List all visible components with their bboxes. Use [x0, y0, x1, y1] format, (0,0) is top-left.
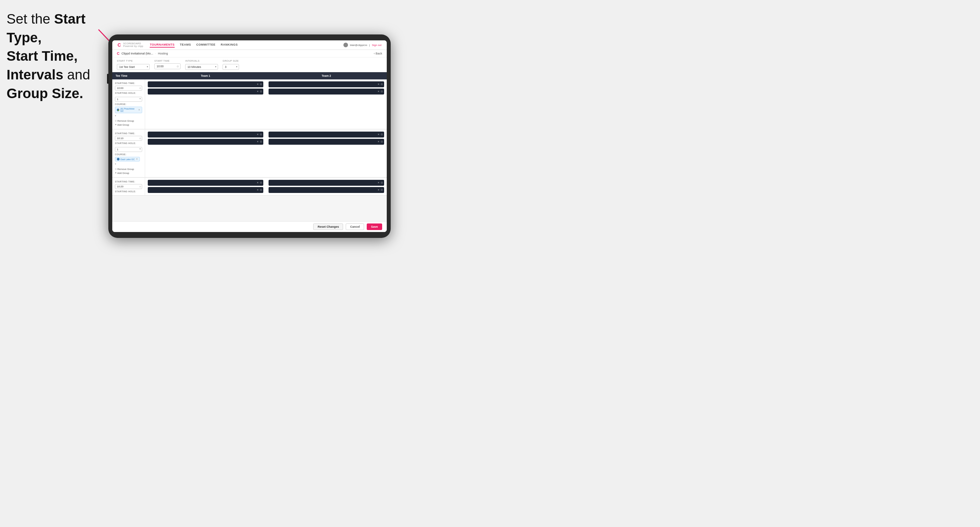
main-content: Tee Time Team 1 Team 2 STARTING TIME: ⊙ … — [112, 72, 387, 221]
player-row-4-1: ✕ ⊡ — [269, 132, 384, 138]
start-type-select[interactable]: 1st Tee Start — [117, 64, 150, 70]
team2-header: Team 2 — [266, 72, 387, 79]
tee-time-header: Tee Time — [112, 72, 145, 79]
team1-col-3: ✕ ⊡ ✕ ⊡ — [145, 178, 266, 195]
save-button[interactable]: Save — [367, 224, 382, 230]
clock-icon: ⊙ — [177, 65, 179, 68]
player-remove-5-2[interactable]: ✕ — [257, 189, 259, 191]
player-row-6-1: ✕ ⊡ — [269, 180, 384, 186]
tee-group-1: STARTING TIME: ⊙ STARTING HOLE: 1 COURSE… — [112, 79, 387, 129]
back-button[interactable]: ‹ Back — [374, 52, 382, 55]
nav-tab-rankings[interactable]: RANKINGS — [221, 42, 238, 48]
player-expand-2-2[interactable]: ⊡ — [381, 90, 383, 93]
player-row-1-1: ✕ ⊡ — [148, 81, 263, 87]
sub-logo-c: C — [117, 51, 119, 56]
player-remove-4-1[interactable]: ✕ — [377, 133, 380, 136]
player-remove-6-2[interactable]: ✕ — [377, 189, 380, 191]
start-time-input-wrap: ⊙ — [154, 63, 181, 69]
starting-time-input-wrap-2: ⊙ — [115, 136, 142, 141]
team1-header: Team 1 — [145, 72, 266, 79]
player-remove-2-1[interactable]: ✕ — [377, 83, 380, 86]
starting-hole-label-3: STARTING HOLE: — [115, 190, 142, 193]
player-row-2-1: ✕ ⊡ — [269, 81, 384, 87]
intervals-group: Intervals 10 Minutes — [185, 59, 218, 70]
course-expand-2[interactable]: ▾ — [115, 163, 116, 165]
starting-time-label-2: STARTING TIME: — [115, 132, 142, 135]
course-icon-1: ⛳ — [117, 109, 119, 111]
player-expand-4-2[interactable]: ⊡ — [381, 140, 383, 143]
player-expand-1-2[interactable]: ⊡ — [260, 90, 262, 93]
nav-logo: SCOREBOARD Powered by clipp — [123, 42, 143, 47]
nav-tab-committee[interactable]: COMMITTEE — [196, 42, 216, 48]
intervals-select[interactable]: 10 Minutes — [185, 64, 218, 70]
reset-changes-button[interactable]: Reset Changes — [313, 224, 343, 230]
starting-time-input-2[interactable] — [115, 136, 142, 141]
tee-sidebar-1: STARTING TIME: ⊙ STARTING HOLE: 1 COURSE… — [112, 79, 145, 129]
add-group-2[interactable]: + Add Group — [115, 171, 142, 175]
player-remove-6-1[interactable]: ✕ — [377, 181, 380, 184]
tee-group-3: STARTING TIME: ⊙ STARTING HOLE: ✕ ⊡ ✕ ⊡ — [112, 178, 387, 195]
player-remove-4-2[interactable]: ✕ — [377, 140, 380, 143]
action-links-1: ○ Remove Group + Add Group — [115, 119, 142, 126]
nav-tabs: TOURNAMENTS TEAMS COMMITTEE RANKINGS — [150, 42, 337, 48]
team2-col-1: ✕ ⊡ ✕ ⊡ — [266, 79, 387, 129]
player-expand-5-1[interactable]: ⊡ — [260, 181, 262, 184]
player-remove-1-1[interactable]: ✕ — [257, 83, 259, 86]
course-badge-1: ⛳ (A) Peachtree GC ✕ — [115, 106, 142, 113]
start-type-select-wrap: 1st Tee Start — [117, 63, 150, 70]
player-row-5-2: ✕ ⊡ — [148, 187, 263, 193]
tee-sidebar-3: STARTING TIME: ⊙ STARTING HOLE: — [112, 178, 145, 195]
group-size-group: Group Size 3 — [223, 59, 239, 70]
player-expand-3-2[interactable]: ⊡ — [260, 140, 262, 143]
time-icon-2: ⊙ — [139, 137, 141, 140]
sign-out-link[interactable]: Sign out — [372, 44, 382, 47]
tee-group-2: STARTING TIME: ⊙ STARTING HOLE: 1 COURSE… — [112, 130, 387, 178]
starting-time-input-3[interactable] — [115, 184, 142, 189]
starting-time-label-1: STARTING TIME: — [115, 82, 142, 84]
player-expand-5-2[interactable]: ⊡ — [260, 189, 262, 191]
intervals-label: Intervals — [185, 59, 218, 62]
add-group-1[interactable]: + Add Group — [115, 123, 142, 126]
sub-header: C Clippd Invitational (Mo... · Hosting ‹… — [112, 50, 387, 57]
player-remove-2-2[interactable]: ✕ — [377, 90, 380, 93]
player-row-6-2: ✕ ⊡ — [269, 187, 384, 193]
nav-tab-teams[interactable]: TEAMS — [180, 42, 191, 48]
player-expand-6-1[interactable]: ⊡ — [381, 181, 383, 184]
course-remove-1[interactable]: ✕ — [138, 109, 140, 111]
remove-group-2[interactable]: ○ Remove Group — [115, 167, 142, 171]
start-type-group: Start Type 1st Tee Start — [117, 59, 150, 70]
remove-group-1[interactable]: ○ Remove Group — [115, 119, 142, 122]
player-remove-3-1[interactable]: ✕ — [257, 133, 259, 136]
group-size-label: Group Size — [223, 59, 239, 62]
starting-hole-select-1[interactable]: 1 — [115, 97, 142, 102]
starting-time-input-1[interactable] — [115, 86, 142, 90]
team2-col-3: ✕ ⊡ ✕ ⊡ — [266, 178, 387, 195]
nav-logo-c: C — [118, 42, 121, 48]
team2-col-2: ✕ ⊡ ✕ ⊡ — [266, 130, 387, 177]
player-expand-6-2[interactable]: ⊡ — [381, 189, 383, 191]
player-expand-3-1[interactable]: ⊡ — [260, 133, 262, 136]
player-remove-1-2[interactable]: ✕ — [257, 90, 259, 93]
tablet-frame: C SCOREBOARD Powered by clipp TOURNAMENT… — [108, 35, 391, 238]
starting-hole-wrap-1: 1 — [115, 95, 142, 102]
player-remove-5-1[interactable]: ✕ — [257, 181, 259, 184]
course-expand-1[interactable]: ▾ — [115, 114, 116, 117]
footer: Reset Changes Cancel Save — [112, 221, 387, 232]
start-time-label: Start Time — [154, 59, 181, 62]
course-label-1: COURSE: — [115, 103, 142, 105]
player-expand-1-1[interactable]: ⊡ — [260, 83, 262, 86]
player-expand-2-1[interactable]: ⊡ — [381, 83, 383, 86]
nav-tab-tournaments[interactable]: TOURNAMENTS — [150, 42, 174, 48]
course-label-2: COURSE: — [115, 153, 142, 156]
player-remove-3-2[interactable]: ✕ — [257, 140, 259, 143]
group-size-select[interactable]: 3 — [223, 64, 239, 70]
sub-header-breadcrumb: C Clippd Invitational (Mo... · Hosting — [117, 51, 168, 56]
player-expand-4-1[interactable]: ⊡ — [381, 133, 383, 136]
intervals-select-wrap: 10 Minutes — [185, 63, 218, 70]
course-remove-2[interactable]: ✕ — [136, 158, 138, 160]
starting-hole-select-2[interactable]: 1 — [115, 147, 142, 152]
starting-hole-wrap-2: 1 — [115, 146, 142, 152]
cancel-button[interactable]: Cancel — [346, 224, 364, 230]
course-icon-2: 🏌 — [117, 158, 119, 160]
starting-time-label-3: STARTING TIME: — [115, 181, 142, 183]
